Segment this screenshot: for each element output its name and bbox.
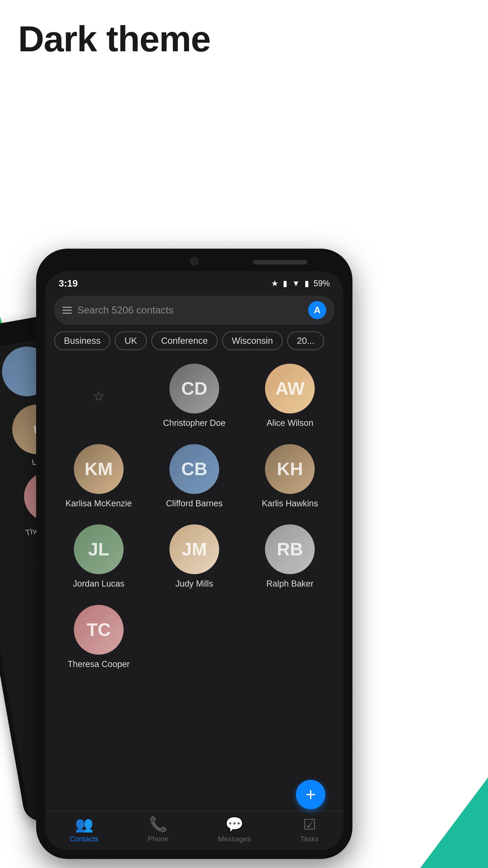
list-item[interactable]: RB Ralph Baker [246,520,334,594]
avatar: CB [169,444,219,494]
contacts-grid: ☆ CD Christopher Doe AW Alice Wilson [54,359,334,674]
avatar: AW [265,364,315,413]
camera-notch [190,256,199,266]
nav-phone[interactable]: 📞 Phone [148,816,169,843]
status-bar: 3:19 ★ ▮ ▼ ▮ 59% [45,271,344,291]
contact-name: Ralph Baker [266,579,314,589]
filter-tag-wisconsin[interactable]: Wisconsin [222,331,283,350]
list-item[interactable]: CB Clifford Barnes [150,440,238,513]
list-item[interactable]: CD Christopher Doe [150,359,238,433]
list-item[interactable]: TC Theresa Cooper [54,600,143,674]
list-item[interactable]: JL Jordan Lucas [54,520,143,594]
menu-icon[interactable] [62,307,72,314]
signal-icon: ▮ [304,279,309,288]
speaker [253,260,307,265]
nav-contacts[interactable]: 👥 Contacts [70,816,98,843]
contact-name: Clifford Barnes [166,498,223,509]
bluetooth-icon: ★ [271,279,278,288]
contact-name: Christopher Doe [163,418,226,428]
tasks-icon: ☑ [303,816,316,833]
phone-screen: 3:19 ★ ▮ ▼ ▮ 59% Search 5206 contacts A … [45,271,344,850]
contact-name: Jordan Lucas [73,579,125,589]
nav-messages-label: Messages [218,835,251,843]
user-avatar-button[interactable]: A [308,301,326,319]
list-item[interactable]: KM Karlisa McKenzie [54,440,143,513]
bottom-navigation: 👥 Contacts 📞 Phone 💬 Messages ☑ Tasks [45,811,344,850]
add-contact-fab[interactable]: + [296,780,325,809]
nav-phone-label: Phone [148,835,169,843]
search-input[interactable]: Search 5206 contacts [77,305,303,316]
nav-tasks-label: Tasks [300,835,319,843]
contact-name: Theresa Cooper [68,659,130,670]
filter-tags-container: Business UK Conference Wisconsin 20... [45,329,344,355]
contacts-area: ☆ CD Christopher Doe AW Alice Wilson [45,355,344,811]
wifi-icon: ▼ [292,279,300,288]
favorites-star[interactable]: ☆ [54,359,143,433]
filter-tag-more[interactable]: 20... [287,331,324,350]
avatar: RB [265,524,315,574]
vibrate-icon: ▮ [283,279,287,288]
contacts-icon: 👥 [75,816,93,833]
avatar: JL [74,524,124,574]
list-item[interactable]: KH Karlis Hawkins [246,440,334,513]
filter-tag-conference[interactable]: Conference [151,331,218,350]
avatar: TC [74,605,124,655]
phone-icon: 📞 [149,816,167,833]
teal-decoration [420,778,488,868]
contact-name: Karlisa McKenzie [66,498,132,509]
avatar: KM [74,444,124,494]
nav-messages[interactable]: 💬 Messages [218,816,251,843]
status-time: 3:19 [59,278,78,289]
search-bar[interactable]: Search 5206 contacts A [54,296,334,324]
star-icon: ☆ [93,388,105,404]
filter-tag-uk[interactable]: UK [115,331,147,350]
main-phone: 3:19 ★ ▮ ▼ ▮ 59% Search 5206 contacts A … [36,249,352,859]
contact-name: Karlis Hawkins [262,498,318,509]
filter-tag-business[interactable]: Business [54,331,110,350]
avatar: KH [265,444,315,494]
battery-icon: 59% [314,279,330,288]
list-item[interactable]: AW Alice Wilson [246,359,334,433]
nav-contacts-label: Contacts [70,835,98,843]
contact-name: Alice Wilson [267,418,313,428]
messages-icon: 💬 [225,816,243,833]
contact-name: Judy Mills [175,579,213,589]
avatar: CD [169,364,219,413]
list-item[interactable]: JM Judy Mills [150,520,238,594]
plus-icon: + [305,784,316,805]
nav-tasks[interactable]: ☑ Tasks [300,816,319,843]
avatar: JM [169,524,219,574]
status-icons: ★ ▮ ▼ ▮ 59% [271,279,330,288]
page-title: Dark theme [18,18,210,60]
